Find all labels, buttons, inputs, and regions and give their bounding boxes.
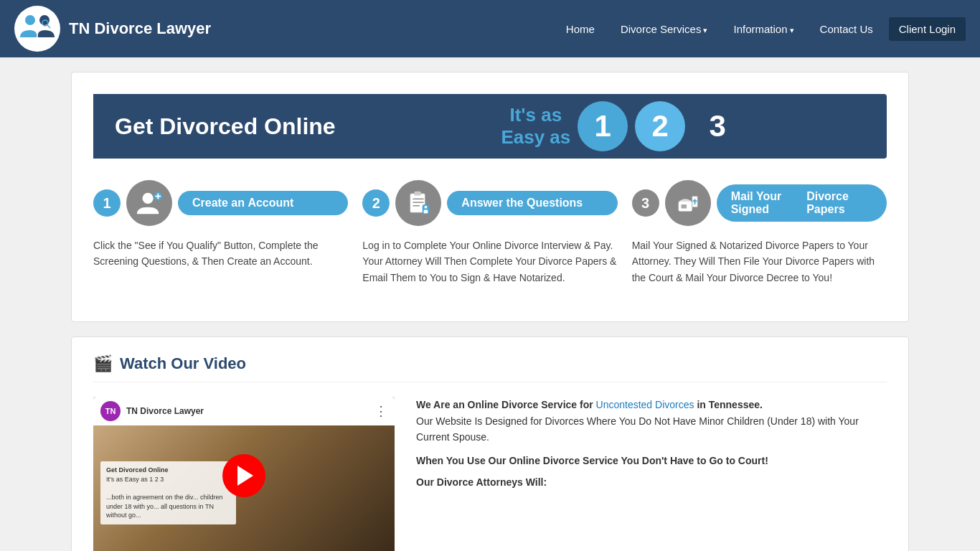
step-1-icon [126, 180, 172, 226]
svg-rect-10 [415, 192, 422, 196]
mailbox-icon [674, 189, 702, 217]
step-2-icon [395, 180, 441, 226]
step-1-header: 1 Create an Account [93, 180, 348, 226]
svg-point-15 [425, 206, 428, 209]
number-1-circle: 1 [578, 101, 628, 151]
nav-home[interactable]: Home [556, 16, 605, 42]
page-content: Get Divorced Online It's as Easy as 1 2 … [60, 72, 920, 551]
video-header: TN TN Divorce Lawyer ⋮ [93, 397, 395, 425]
svg-point-0 [25, 15, 35, 25]
svg-rect-16 [424, 210, 428, 214]
text-content: We Are an Online Divorce Service for Unc… [416, 397, 887, 551]
intro-paragraph: We Are an Online Divorce Service for Unc… [416, 397, 887, 445]
step-1: 1 Create an Account Click [93, 180, 348, 286]
hero-banner: Get Divorced Online It's as Easy as 1 2 … [71, 72, 909, 322]
logo-circle [14, 6, 60, 52]
step-2-header: 2 Answer [362, 180, 617, 226]
svg-rect-18 [681, 204, 687, 209]
site-title: TN Divorce Lawyer [69, 19, 211, 38]
step-2-desc: Log in to Complete Your Online Divorce I… [362, 237, 617, 286]
court-paragraph: When You Use Our Online Divorce Service … [416, 455, 887, 466]
step-3-label: Mail Your Signed Divorce Papers [717, 184, 887, 222]
attorneys-will-label: Our Divorce Attorneys Will: [416, 476, 887, 488]
steps-row: 1 Create an Account Click [93, 180, 887, 286]
number-2-circle: 2 [635, 101, 685, 151]
step-1-desc: Click the "See if You Qualify" Button, C… [93, 237, 348, 270]
step-3-number: 3 [632, 189, 659, 217]
user-add-icon [136, 189, 163, 217]
second-section: 🎬 Watch Our Video TN TN Divorce Lawyer ⋮ [71, 336, 909, 551]
step-2-label: Answer the Questions [447, 191, 617, 215]
step-1-label: Create an Account [178, 191, 348, 215]
hero-heading: Get Divorced Online [115, 113, 336, 140]
video-thumbnail[interactable]: TN TN Divorce Lawyer ⋮ Get Divorced Onli… [93, 397, 395, 551]
second-content: TN TN Divorce Lawyer ⋮ Get Divorced Onli… [93, 397, 887, 551]
brand-logo-link[interactable]: TN Divorce Lawyer [14, 6, 211, 52]
step-3-desc: Mail Your Signed & Notarized Divorce Pap… [632, 237, 887, 286]
nav-contact-us[interactable]: Contact Us [810, 16, 883, 42]
nav-menu: Home Divorce Services Information Contac… [556, 16, 966, 42]
video-container: TN TN Divorce Lawyer ⋮ Get Divorced Onli… [93, 397, 395, 551]
video-overlay-text: Get Divorced Online It's as Easy as 1 2 … [100, 461, 236, 524]
film-icon: 🎬 [93, 354, 113, 373]
step-1-number: 1 [93, 189, 121, 217]
clipboard-icon [405, 189, 432, 217]
hero-arrow: Get Divorced Online [93, 94, 372, 159]
nav-client-login[interactable]: Client Login [889, 17, 966, 41]
nav-divorce-services[interactable]: Divorce Services [611, 16, 718, 42]
step-2-number: 2 [362, 189, 390, 217]
channel-name: TN Divorce Lawyer [126, 406, 204, 416]
nav-information[interactable]: Information [723, 16, 804, 42]
step-3-icon [665, 180, 711, 226]
svg-line-4 [47, 25, 50, 28]
svg-point-5 [143, 193, 154, 204]
step-2: 2 Answer [362, 180, 617, 286]
hero-right-content: It's as Easy as 1 2 3 [372, 101, 887, 151]
channel-icon: TN [100, 401, 121, 421]
logo-icon [19, 10, 56, 47]
navbar: TN Divorce Lawyer Home Divorce Services … [0, 0, 980, 57]
easy-text: It's as Easy as [501, 104, 570, 149]
step-3: 3 Mail Your Signed Divorce Papers [632, 180, 887, 286]
number-3-circle: 3 [692, 101, 743, 151]
play-button[interactable] [222, 454, 265, 497]
section-title: 🎬 Watch Our Video [93, 354, 887, 382]
video-dots-menu[interactable]: ⋮ [374, 403, 387, 419]
hero-top-strip: Get Divorced Online It's as Easy as 1 2 … [93, 94, 887, 159]
step-3-header: 3 Mail Your Signed Divorce Papers [632, 180, 887, 226]
uncontested-link[interactable]: Uncontested Divorces [596, 399, 694, 410]
